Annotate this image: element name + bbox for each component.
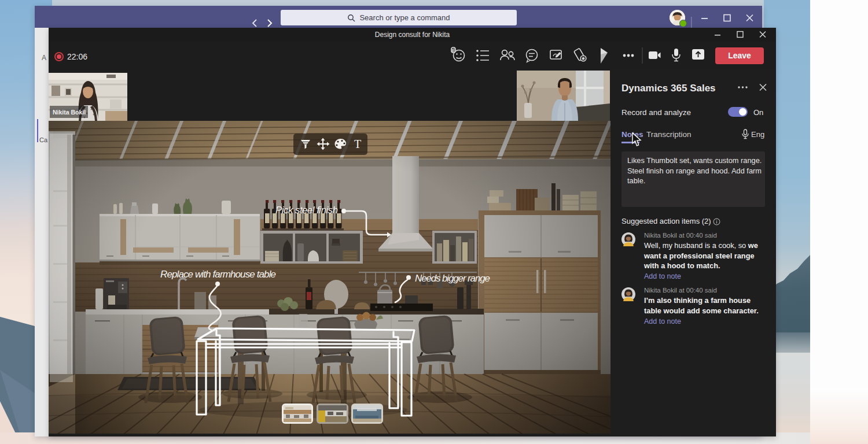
svg-text:22:06: 22:06 bbox=[67, 52, 87, 61]
svg-text:Needs bigger range: Needs bigger range bbox=[415, 273, 490, 284]
svg-text:T: T bbox=[354, 138, 361, 150]
svg-text:Nikita Bokil: Nikita Bokil bbox=[53, 109, 86, 116]
svg-text:Replace with farmhouse table: Replace with farmhouse table bbox=[160, 269, 276, 280]
svg-text:Pick steel finish: Pick steel finish bbox=[275, 205, 338, 216]
